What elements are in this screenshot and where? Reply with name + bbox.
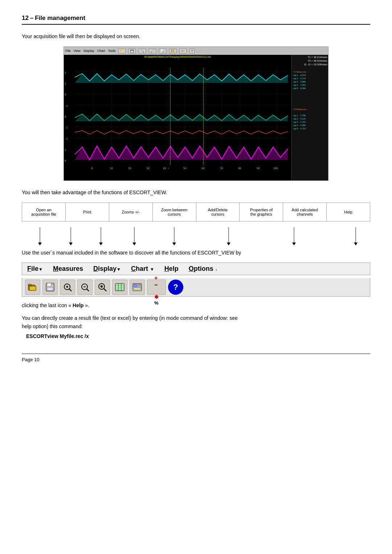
toolbar-help-icon[interactable]: ? — [168, 280, 183, 295]
svg-marker-48 — [69, 243, 73, 245]
toolbar-properties-icon[interactable] — [130, 280, 145, 295]
osc-inner: W:\data\FATIMAS\1970\display\00000\00000… — [64, 55, 328, 180]
svg-rect-91 — [138, 286, 141, 288]
svg-text:0: 0 — [65, 93, 66, 96]
svg-line-71 — [69, 289, 72, 291]
func-open-acq-label: Open anacquisition file — [31, 208, 56, 216]
svg-text:20: 20 — [128, 167, 131, 170]
svg-marker-50 — [99, 243, 103, 245]
section-title: File management — [35, 15, 85, 21]
svg-rect-62 — [28, 284, 31, 286]
function-boxes-row: Open anacquisition file Print Zooms +/- … — [22, 203, 370, 221]
toolbar-zoom-in-icon[interactable] — [60, 280, 75, 295]
func-add-calc-label: Add calculatedchannels — [292, 208, 318, 216]
svg-rect-92 — [134, 288, 141, 289]
osc-sidebar: T1 = 38.214msec T2 = 46.510msec t2 - t1 … — [292, 55, 328, 180]
use-text: Use the user´s manual included in the so… — [22, 249, 370, 257]
func-add-calc: Add calculatedchannels — [283, 203, 327, 221]
svg-line-74 — [87, 289, 89, 291]
command-text: ESCORTview Myfile.rec /x — [26, 333, 370, 339]
oscilloscope-screenshot: File View Display Chart Tools 📂 💾 🔍 🔎 📊 … — [64, 46, 328, 181]
menu-item-file[interactable]: File▼ — [26, 264, 44, 273]
svg-text:-1: -1 — [65, 104, 68, 107]
page-header: 12 – File management — [22, 15, 370, 25]
toolbar-save-icon[interactable] — [42, 280, 58, 295]
svg-marker-56 — [227, 243, 230, 245]
svg-marker-58 — [292, 243, 296, 245]
osc-btn: 📊 — [159, 49, 166, 53]
menu-item-chart[interactable]: Chart ▼ — [130, 264, 156, 273]
osc-btn: 💾 — [128, 49, 136, 53]
osc-timestamp: T1 = 38.214msec T2 = 46.510msec t2 - t1 … — [304, 56, 327, 66]
svg-text:0: 0 — [65, 159, 66, 162]
svg-marker-20 — [75, 74, 288, 83]
func-add-delete: Add/Deletecursors — [196, 203, 240, 221]
svg-text:70: 70 — [220, 167, 223, 170]
menu-item-measures[interactable]: Measures — [52, 264, 85, 273]
osc-btn: +− — [179, 49, 186, 53]
svg-text:80: 80 — [238, 167, 241, 170]
svg-line-78 — [104, 289, 106, 291]
menu-item-help[interactable]: Help — [163, 264, 180, 273]
svg-text:30: 30 — [147, 167, 150, 170]
svg-text:100: 100 — [273, 167, 278, 170]
osc-file-title: W:\data\FATIMAS\1970\display\00000\00000… — [144, 56, 211, 58]
svg-rect-67 — [51, 284, 52, 285]
toolbar-calc-channels-icon[interactable]: + − ✱ % — [147, 280, 166, 295]
svg-text:50: 50 — [183, 167, 187, 170]
osc-btn: 🔍 — [139, 49, 146, 53]
func-properties: Properties ofthe graphics — [240, 203, 283, 221]
func-zooms-label: Zooms +/- — [122, 210, 140, 214]
svg-marker-46 — [38, 243, 42, 245]
osc-measurements-2: sig 1: 0.790 sig 2: 0.110 sig 3: -1.121 … — [293, 114, 327, 130]
clicking-text: clicking the last icon « Help ». — [22, 302, 370, 308]
svg-rect-89 — [134, 284, 137, 287]
svg-text:40 ↑: 40 ↑ — [163, 167, 169, 170]
func-help-label: Help — [344, 210, 352, 214]
section-dash: – — [30, 15, 33, 21]
osc-btn: 📂 — [118, 49, 126, 53]
svg-text:10: 10 — [110, 167, 113, 170]
func-open-acq: Open anacquisition file — [22, 203, 66, 221]
svg-marker-52 — [132, 243, 136, 245]
svg-rect-66 — [47, 288, 53, 290]
menu-item-display[interactable]: Display▼ — [92, 264, 122, 273]
help-symbol: ? — [173, 282, 178, 292]
svg-rect-90 — [138, 284, 141, 286]
menu-bar: File▼ Measures Display▼ Chart ▼ Help Opt… — [22, 262, 370, 275]
func-zoom-between: Zoom betweencursors — [153, 203, 196, 221]
page-number: Page 10 — [22, 357, 39, 362]
func-help: Help — [327, 203, 370, 221]
svg-marker-60 — [354, 243, 358, 245]
func-zoom-between-label: Zoom betweencursors — [161, 208, 188, 216]
second-text: You will then take advantage of the func… — [22, 190, 370, 195]
menu-item-options[interactable]: Options ↓ — [187, 264, 219, 273]
svg-text:1: 1 — [65, 82, 66, 85]
intro-text: Your acquisition file will then be displ… — [22, 33, 370, 39]
toolbar-zoom-out-icon[interactable] — [77, 280, 93, 295]
svg-text:0: 0 — [65, 115, 66, 118]
osc-btn: 🖼️ — [169, 49, 176, 53]
osc-measurements-1: sig 1: -0.979 sig 2: 0.110 sig 3: 3.869 … — [293, 74, 327, 90]
osc-chart-area: W:\data\FATIMAS\1970\display\00000\00000… — [64, 55, 292, 180]
func-zooms: Zooms +/- — [109, 203, 153, 221]
toolbar-zoom-cursor-icon[interactable] — [95, 280, 110, 295]
svg-text:1: 1 — [65, 148, 66, 151]
svg-marker-54 — [172, 243, 176, 245]
svg-text:0: 0 — [91, 167, 93, 170]
svg-text:-1: -1 — [65, 126, 68, 129]
section-number: 12 — [22, 15, 29, 21]
osc-btn: 🔎 — [149, 49, 156, 53]
func-print-label: Print — [83, 210, 91, 214]
osc-waveform-svg: 2 1 0 -1 0 -1 -2 1 0 0 10 20 — [64, 55, 291, 180]
osc-btn: ? — [189, 49, 195, 53]
toolbar-open-icon[interactable] — [25, 280, 40, 295]
bottom-text-1: You can directly create a result file (t… — [22, 314, 370, 330]
osc-toolbar: File View Display Chart Tools 📂 💾 🔍 🔎 📊 … — [64, 47, 328, 55]
toolbar-cursors-icon[interactable] — [112, 280, 127, 295]
svg-text:-2: -2 — [65, 137, 68, 140]
func-properties-label: Properties ofthe graphics — [250, 208, 273, 216]
svg-text:2: 2 — [65, 71, 66, 74]
func-print: Print — [66, 203, 109, 221]
page-footer: Page 10 — [22, 354, 370, 362]
